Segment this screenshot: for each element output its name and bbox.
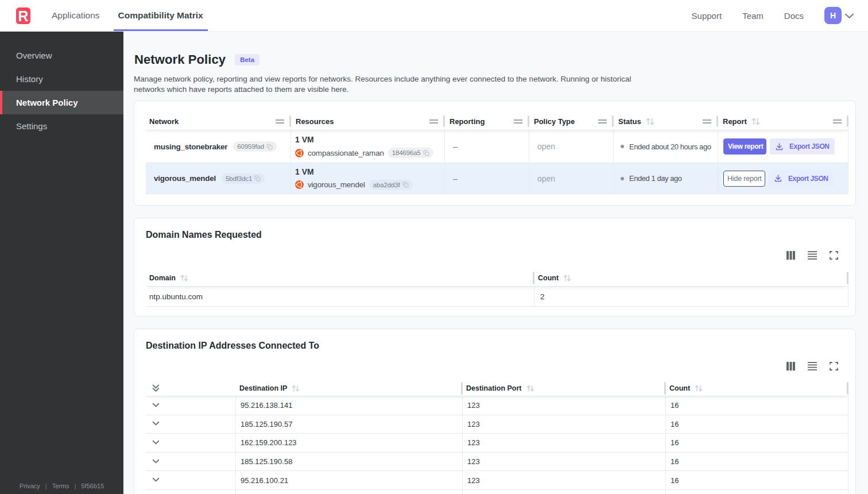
sidebar-footer: Privacy | Terms | 5f56b15	[0, 483, 123, 489]
link-docs[interactable]: Docs	[784, 11, 804, 21]
ips-card-tools	[146, 362, 848, 370]
double-chevron-down-icon[interactable]	[152, 384, 160, 392]
hide-report-button[interactable]: Hide report	[723, 171, 765, 187]
domains-card: Domain Names Requested Domain Count	[134, 218, 856, 317]
resource-name: vigorous_mendel	[308, 180, 365, 189]
column-header-reporting[interactable]: Reporting	[445, 113, 529, 130]
port-cell: 123	[463, 396, 666, 415]
sort-icon[interactable]	[694, 384, 703, 392]
export-json-button[interactable]: Export JSON	[769, 171, 834, 187]
sort-icon[interactable]	[180, 274, 189, 282]
columns-icon[interactable]	[786, 251, 795, 260]
ip-row[interactable]: 95.216.138.141 123 16	[146, 396, 848, 415]
ubuntu-icon	[295, 149, 304, 157]
sidebar-item-network-policy[interactable]: Network Policy	[0, 91, 123, 114]
column-resize-handle[interactable]	[598, 119, 607, 124]
status-text: Ended about 20 hours ago	[629, 142, 711, 151]
avatar[interactable]: H	[824, 7, 842, 24]
avatar-chevron-down-icon[interactable]	[844, 11, 854, 21]
row-expander-chevron-icon[interactable]	[152, 419, 160, 429]
policy-type-value: open	[537, 174, 555, 183]
resource-id-badge[interactable]: 184696a5	[388, 148, 433, 158]
count-cell: 16	[666, 434, 848, 452]
copy-icon[interactable]	[402, 182, 409, 188]
tab-applications[interactable]: Applications	[47, 0, 104, 31]
page-title: Network Policy	[134, 52, 226, 67]
column-header-domain[interactable]: Domain	[146, 269, 534, 286]
row-expander-chevron-icon[interactable]	[152, 438, 160, 448]
terms-link[interactable]: Terms	[52, 483, 69, 489]
network-row-vigorous-mendel[interactable]: vigorous_mendel 5bdf3dc1 1 VM vigorous_m…	[146, 163, 848, 194]
sidebar-item-settings[interactable]: Settings	[0, 114, 123, 138]
column-header-policy-type[interactable]: Policy Type	[529, 113, 614, 130]
top-tabs: Applications Compatibility Matrix	[47, 0, 217, 31]
sort-icon[interactable]	[645, 117, 655, 126]
export-json-button[interactable]: Export JSON	[770, 138, 835, 155]
column-header-destination-port[interactable]: Destination Port	[463, 380, 666, 396]
column-header-report[interactable]: Report	[718, 113, 848, 130]
sidebar-item-overview[interactable]: Overview	[0, 44, 123, 67]
column-header-network[interactable]: Network	[146, 113, 291, 130]
ip-row[interactable]: 185.125.190.57 123 16	[146, 415, 848, 434]
network-row-musing-stonebraker[interactable]: musing_stonebraker 60959fad 1 VM compass…	[146, 130, 848, 163]
column-resize-handle[interactable]	[833, 119, 842, 124]
port-cell: 123	[463, 453, 666, 471]
column-resize-handle[interactable]	[276, 119, 284, 124]
link-team[interactable]: Team	[742, 11, 764, 21]
column-header-count[interactable]: Count	[534, 269, 848, 286]
copy-icon[interactable]	[423, 150, 429, 156]
status-text: Ended 1 day ago	[629, 174, 682, 183]
sort-icon[interactable]	[751, 117, 761, 126]
row-expander-chevron-icon[interactable]	[152, 475, 160, 485]
domain-row[interactable]: ntp.ubuntu.com 2	[146, 287, 848, 307]
sort-icon[interactable]	[563, 274, 572, 282]
tab-compatibility-matrix[interactable]: Compatibility Matrix	[114, 0, 208, 31]
column-header-resources[interactable]: Resources	[291, 113, 445, 130]
ip-row[interactable]: 162.159.200.123 123 16	[146, 433, 848, 452]
rows-icon[interactable]	[808, 362, 817, 370]
network-id-badge[interactable]: 60959fad	[233, 141, 277, 152]
rows-icon[interactable]	[808, 251, 817, 260]
column-header-count[interactable]: Count	[666, 380, 848, 396]
columns-icon[interactable]	[786, 362, 795, 370]
fullscreen-icon[interactable]	[830, 251, 838, 260]
ip-cell: 185.125.190.57	[236, 415, 463, 434]
main-content: Network Policy Beta Manage network polic…	[123, 32, 868, 494]
column-resize-handle[interactable]	[703, 119, 711, 124]
resource-id-badge[interactable]: aba2dd3f	[369, 180, 413, 190]
row-expander-chevron-icon[interactable]	[152, 400, 160, 411]
sort-icon[interactable]	[291, 384, 300, 392]
status-dot	[621, 145, 624, 148]
count-cell: 16	[666, 453, 848, 471]
column-resize-handle[interactable]	[429, 119, 438, 124]
build-hash: 5f56b15	[81, 483, 104, 489]
vm-count: 1 VM	[295, 167, 413, 176]
view-report-button[interactable]: View report	[723, 138, 766, 155]
ip-row[interactable]	[146, 489, 848, 494]
sidebar-item-history[interactable]: History	[0, 67, 123, 91]
beta-badge: Beta	[235, 54, 259, 65]
copy-icon[interactable]	[254, 175, 261, 182]
sidebar: Overview History Network Policy Settings…	[0, 32, 123, 494]
column-separator	[847, 115, 848, 127]
column-header-status[interactable]: Status	[614, 113, 718, 130]
fullscreen-icon[interactable]	[830, 362, 838, 370]
copy-icon[interactable]	[266, 144, 273, 150]
replicated-logo[interactable]: R	[0, 0, 30, 31]
expand-all-header[interactable]	[146, 380, 236, 396]
privacy-link[interactable]: Privacy	[20, 483, 40, 489]
sort-icon[interactable]	[526, 384, 535, 392]
ip-row[interactable]: 95.216.100.21 123 16	[146, 470, 848, 489]
column-header-destination-ip[interactable]: Destination IP	[236, 380, 463, 396]
ip-row[interactable]: 185.125.190.58 123 16	[146, 452, 848, 471]
network-id-badge[interactable]: 5bdf3dc1	[222, 173, 265, 184]
column-resize-handle[interactable]	[514, 119, 522, 124]
row-expander-chevron-icon[interactable]	[152, 457, 160, 467]
link-support[interactable]: Support	[692, 11, 722, 21]
replicated-logo-icon: R	[16, 7, 30, 24]
reporting-value: –	[453, 142, 458, 151]
domain-cell: ntp.ubuntu.com	[146, 287, 534, 306]
networks-card: Network Resources Reporting Policy Type	[134, 101, 856, 206]
ips-table-header: Destination IP Destination Port Count	[146, 380, 848, 396]
status-dot	[621, 177, 624, 180]
